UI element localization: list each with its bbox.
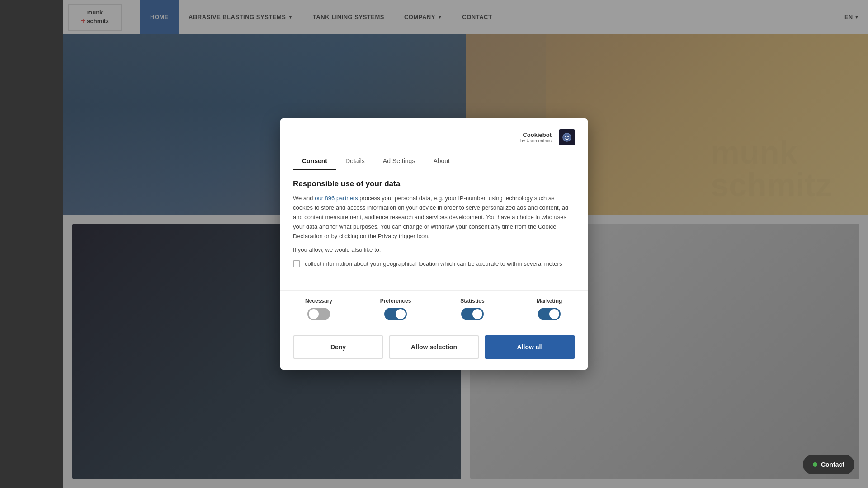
modal-title: Responsible use of your data [293,179,575,188]
modal-buttons: Deny Allow selection Allow all [280,335,588,370]
toggle-statistics-switch[interactable] [461,308,484,320]
toggle-marketing-label: Marketing [537,298,562,304]
consent-checkbox-geo[interactable] [293,260,300,267]
cookiebot-logo-icon [559,129,575,145]
deny-button[interactable]: Deny [293,335,383,359]
toggle-statistics-label: Statistics [460,298,484,304]
tab-details[interactable]: Details [336,153,374,170]
cookie-modal-overlay: Cookiebot by Usercentrics Consent [0,0,868,488]
modal-header: Cookiebot by Usercentrics [280,118,588,145]
partners-link[interactable]: our 896 partners [315,195,358,202]
toggle-necessary-switch[interactable] [307,308,330,320]
toggles-section: Necessary Preferences Statistics Marketi… [280,290,588,328]
toggle-preferences-label: Preferences [380,298,411,304]
cookiebot-logo-sub: by Usercentrics [520,138,552,143]
if-allow-text: If you allow, we would also like to: [293,245,575,255]
toggle-statistics: Statistics [434,298,511,320]
allow-all-button[interactable]: Allow all [485,335,575,359]
cookiebot-logo-text: Cookiebot [523,131,552,138]
modal-tabs: Consent Details Ad Settings About [280,153,588,170]
tab-consent[interactable]: Consent [293,153,336,170]
toggle-necessary: Necessary [280,298,357,320]
consent-geo-text: collect information about your geographi… [305,259,562,268]
toggle-preferences-switch[interactable] [384,308,407,320]
svg-point-1 [565,136,566,137]
contact-button[interactable]: Contact [803,455,854,474]
tab-ad-settings[interactable]: Ad Settings [374,153,425,170]
svg-point-2 [567,136,569,137]
consent-item-geo: collect information about your geographi… [293,259,575,268]
modal-body: Responsible use of your data We and our … [280,170,588,281]
cookie-modal: Cookiebot by Usercentrics Consent [280,118,588,369]
toggle-marketing-switch[interactable] [538,308,561,320]
contact-status-dot [813,462,817,467]
svg-point-0 [563,133,571,141]
allow-selection-button[interactable]: Allow selection [389,335,479,359]
cookiebot-logo: Cookiebot by Usercentrics [520,129,575,145]
toggle-necessary-label: Necessary [305,298,332,304]
modal-description: We and our 896 partners process your per… [293,194,575,241]
toggle-preferences: Preferences [357,298,434,320]
toggle-marketing: Marketing [511,298,588,320]
contact-button-label: Contact [821,461,844,468]
tab-about[interactable]: About [424,153,459,170]
